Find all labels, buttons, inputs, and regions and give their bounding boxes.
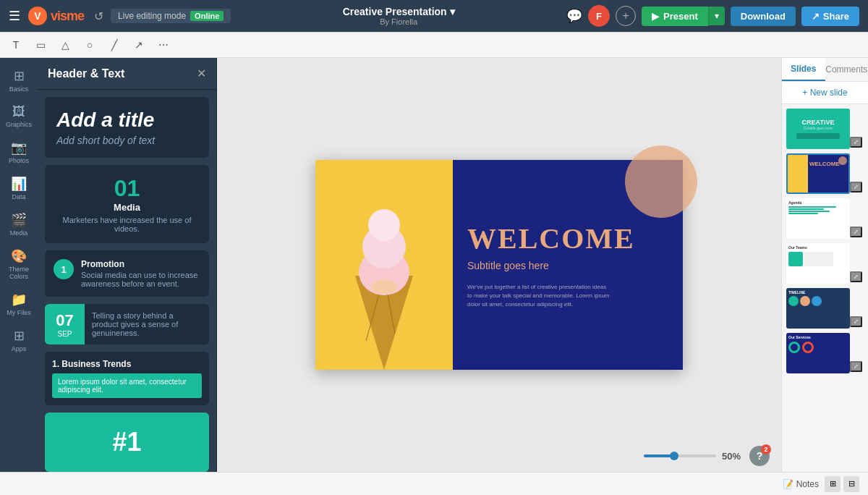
numbered-media-item[interactable]: 01 Media Marketers have increased the us… <box>45 165 209 243</box>
date-month: SEP <box>57 330 72 338</box>
sidebar-item-data[interactable]: 📊 Data <box>0 172 38 205</box>
thumb3-line3 <box>788 211 830 212</box>
notes-label: Notes <box>796 479 819 489</box>
present-icon: ▶ <box>652 11 659 22</box>
title-chevron-icon[interactable]: ▾ <box>450 6 455 17</box>
text-tool-button[interactable]: T <box>6 35 26 55</box>
slide-preview-2: WELCOME <box>786 153 850 194</box>
slide-thumb-4[interactable]: 4 Our Teams ⤢ <box>786 243 864 284</box>
thumb1-title: CREATIVE <box>802 119 835 126</box>
share-icon: ↗ <box>812 11 820 22</box>
present-dropdown-button[interactable]: ▾ <box>708 7 725 25</box>
sidebar-item-basics[interactable]: ⊞ Basics <box>0 64 38 97</box>
sidebar-photos-label: Photos <box>9 157 29 164</box>
slide-5-expand-button[interactable]: ⤢ <box>850 316 862 327</box>
sidebar-item-apps[interactable]: ⊞ Apps <box>0 323 38 357</box>
undo-button[interactable]: ↺ <box>94 9 103 23</box>
hashtag-text: #1 <box>112 427 141 457</box>
help-button[interactable]: ? 2 <box>749 446 770 466</box>
line-tool-button[interactable]: ╱ <box>104 35 124 55</box>
slide-3-expand-button[interactable]: ⤢ <box>850 227 862 237</box>
slide-6-expand-button[interactable]: ⤢ <box>850 361 862 372</box>
slide-1-expand-button[interactable]: ⤢ <box>850 137 862 148</box>
topbar-right: 💬 F + ▶ Present ▾ Download ↗ Share <box>566 5 859 27</box>
sidebar-item-media[interactable]: 🎬 Media <box>0 208 38 241</box>
new-slide-button[interactable]: + New slide <box>782 82 868 104</box>
slide-num-1: 1 <box>781 125 782 133</box>
avatar[interactable]: F <box>588 5 610 27</box>
notes-icon: 📝 <box>783 479 793 489</box>
present-button-group: ▶ Present ▾ <box>642 7 725 26</box>
slide-4-expand-button[interactable]: ⤢ <box>850 271 862 282</box>
zoom-slider[interactable] <box>644 454 716 457</box>
date-text: Telling a story behind a product gives a… <box>85 304 209 344</box>
list-item[interactable]: 1. Business Trends Lorem ipsum dolor sit… <box>45 352 209 405</box>
present-button[interactable]: ▶ Present <box>642 7 708 26</box>
sidebar-item-photos[interactable]: 📷 Photos <box>0 135 38 169</box>
slide-num-4: 4 <box>781 260 782 268</box>
menu-icon[interactable]: ☰ <box>9 8 20 24</box>
comment-icon[interactable]: 💬 <box>566 8 582 24</box>
thumb6-donut1 <box>788 342 800 353</box>
thumb1-sub: Subtitle goes here <box>804 126 833 130</box>
slide-thumb-1[interactable]: 1 CREATIVE Subtitle goes here ⤢ <box>786 109 864 149</box>
share-label: Share <box>823 11 849 22</box>
slide-subtitle: Subtitle goes here <box>467 260 668 271</box>
canvas-area[interactable]: WELCOME Subtitle goes here We've put tog… <box>217 58 781 472</box>
slides-tabs: Slides Comments <box>782 58 868 82</box>
add-button[interactable]: + <box>616 6 636 26</box>
slide-right-panel: WELCOME Subtitle goes here We've put tog… <box>453 160 683 370</box>
bottom-controls: 50% ? 2 <box>217 440 781 472</box>
date-number: 07 <box>56 311 73 330</box>
hashtag-item[interactable]: #1 <box>45 412 209 472</box>
circle-tool-button[interactable]: ○ <box>80 35 100 55</box>
tab-slides[interactable]: Slides <box>782 58 825 81</box>
sidebar-item-graphics[interactable]: 🖼 Graphics <box>0 100 38 132</box>
slide-thumb-2[interactable]: 2 WELCOME ⤢ <box>786 153 864 194</box>
sidebar-item-myfiles[interactable]: 📁 My Files <box>0 287 38 321</box>
arrow-tool-button[interactable]: ↗ <box>129 35 149 55</box>
slide-thumb-5[interactable]: 5 TIMELINE ⤢ <box>786 288 864 329</box>
grid-view-button[interactable]: ⊞ <box>825 476 841 492</box>
more-tools-button[interactable]: ⋯ <box>153 35 174 55</box>
sidebar-item-theme[interactable]: 🎨 Theme Colors <box>0 244 38 284</box>
number-text: 01 <box>55 175 199 202</box>
list-view-button[interactable]: ⊟ <box>843 476 859 492</box>
logo-text: visme <box>51 9 84 24</box>
number-desc: Marketers have increased the use of vide… <box>55 216 199 233</box>
logo: V visme <box>27 6 84 26</box>
triangle-tool-button[interactable]: △ <box>55 35 75 55</box>
notes-button[interactable]: 📝 Notes <box>783 479 819 489</box>
toolbar: T ▭ △ ○ ╱ ↗ ⋯ <box>0 32 868 58</box>
slide-thumb-6[interactable]: 6 Our Services ⤢ <box>786 333 864 373</box>
icon-sidebar: ⊞ Basics 🖼 Graphics 📷 Photos 📊 Data 🎬 Me… <box>0 58 38 472</box>
thumb3-line1 <box>788 206 836 208</box>
panel-header: Header & Text ✕ <box>38 58 216 90</box>
panel-close-button[interactable]: ✕ <box>197 67 206 80</box>
slide-thumb-3[interactable]: 3 Agenda ⤢ <box>786 198 864 239</box>
sidebar-basics-label: Basics <box>9 85 29 93</box>
rect-tool-button[interactable]: ▭ <box>30 35 51 55</box>
thumb3-title: Agenda <box>788 200 848 205</box>
visme-logo-icon: V <box>27 6 48 26</box>
slide-2-expand-button[interactable]: ⤢ <box>850 182 862 192</box>
live-mode-text: Live editing mode <box>118 11 186 21</box>
title-author: By Fiorella <box>238 17 559 26</box>
add-title-item[interactable]: Add a title Add short body of text <box>45 97 209 158</box>
header-text-panel: Header & Text ✕ Add a title Add short bo… <box>38 58 217 472</box>
welcome-text: WELCOME <box>467 221 668 255</box>
ice-cream-illustration <box>315 160 453 370</box>
present-label: Present <box>663 11 698 22</box>
svg-point-7 <box>368 209 400 241</box>
date-item[interactable]: 07 SEP Telling a story behind a product … <box>45 304 209 344</box>
promo-item[interactable]: 1 Promotion Social media can use to incr… <box>45 250 209 297</box>
download-button[interactable]: Download <box>731 7 796 26</box>
promo-desc: Social media can use to increase awarene… <box>81 271 200 288</box>
media-icon: 🎬 <box>11 212 27 228</box>
promo-circle: 1 <box>54 259 74 279</box>
slide-canvas[interactable]: WELCOME Subtitle goes here We've put tog… <box>315 160 683 370</box>
promo-title: Promotion <box>81 259 200 269</box>
share-button[interactable]: ↗ Share <box>801 7 859 26</box>
tab-comments[interactable]: Comments <box>825 58 869 81</box>
slide-num-6: 6 <box>781 350 782 358</box>
